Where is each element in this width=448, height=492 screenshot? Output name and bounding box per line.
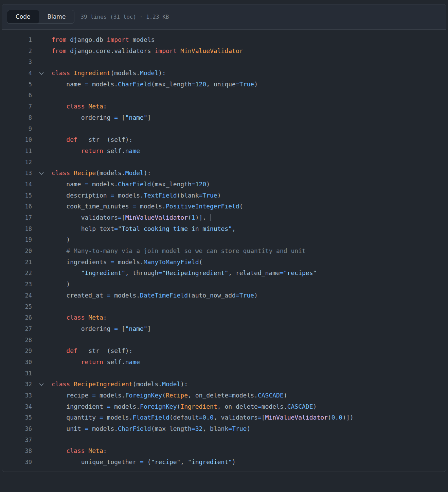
code-token: models bbox=[129, 36, 155, 43]
line-number[interactable]: 26 bbox=[2, 312, 32, 323]
code-line-content[interactable]: name = models.CharField(max_length=120) bbox=[52, 179, 446, 190]
line-number[interactable]: 25 bbox=[2, 301, 32, 312]
code-token: : bbox=[103, 103, 107, 110]
code-line-content[interactable]: ingredient = models.ForeignKey(Ingredien… bbox=[52, 401, 446, 412]
code-line-content[interactable]: class Recipe(models.Model): bbox=[52, 168, 446, 179]
code-line-content[interactable]: class RecipeIngredient(models.Model): bbox=[52, 379, 446, 390]
code-line-content[interactable]: class Meta: bbox=[52, 312, 446, 323]
code-line-content[interactable]: validators=[MinValueValidator(1)], bbox=[52, 212, 446, 223]
code-token: = bbox=[236, 292, 239, 299]
code-token: = bbox=[199, 414, 203, 421]
line-number[interactable]: 1 bbox=[2, 34, 32, 46]
code-token: ( bbox=[199, 258, 203, 266]
code-line-content[interactable]: return self.name bbox=[52, 146, 446, 157]
code-line-content[interactable]: quantity = models.FloatField(default=0.0… bbox=[52, 412, 446, 423]
line-number[interactable]: 30 bbox=[2, 357, 32, 368]
chevron-down-icon[interactable] bbox=[39, 71, 44, 76]
line-number[interactable]: 35 bbox=[2, 412, 32, 423]
code-line-content[interactable]: help_text="Total cooking time in minutes… bbox=[52, 223, 446, 235]
line-number[interactable]: 12 bbox=[2, 157, 32, 168]
line-number[interactable]: 17 bbox=[2, 212, 32, 223]
line-number[interactable]: 9 bbox=[2, 123, 32, 135]
line-number[interactable]: 20 bbox=[2, 245, 32, 257]
line-number[interactable]: 19 bbox=[2, 234, 32, 245]
line-number[interactable]: 28 bbox=[2, 335, 32, 346]
code-line-content[interactable]: unit = models.CharField(max_length=32, b… bbox=[52, 423, 446, 435]
line-number[interactable]: 31 bbox=[2, 368, 32, 379]
line-number[interactable]: 21 bbox=[2, 257, 32, 268]
chevron-down-icon[interactable] bbox=[39, 382, 44, 387]
line-number[interactable]: 13 bbox=[2, 168, 32, 179]
line-number[interactable]: 8 bbox=[2, 112, 32, 123]
line-number[interactable]: 39 bbox=[2, 457, 32, 468]
line-number[interactable]: 29 bbox=[2, 345, 32, 357]
line-number[interactable]: 37 bbox=[2, 435, 32, 446]
code-line: 15 description = models.TextField(blank=… bbox=[2, 190, 446, 201]
code-line-content[interactable]: ) bbox=[52, 234, 446, 245]
code-token: 120 bbox=[195, 181, 207, 188]
code-line: 32class RecipeIngredient(models.Model): bbox=[2, 379, 446, 390]
line-number[interactable]: 6 bbox=[2, 90, 32, 101]
code-token: self. bbox=[103, 147, 125, 154]
code-line: 39 unique_together = ("recipe", "ingredi… bbox=[2, 457, 446, 468]
line-number[interactable]: 32 bbox=[2, 379, 32, 390]
tab-blame[interactable]: Blame bbox=[39, 10, 74, 23]
code-line: 10 def __str__(self): bbox=[2, 134, 446, 146]
code-line-content[interactable]: unique_together = ("recipe", "ingredient… bbox=[52, 457, 446, 468]
code-line-content[interactable]: from django.core.validators import MinVa… bbox=[52, 46, 446, 57]
code-line-content[interactable]: ) bbox=[52, 279, 446, 290]
code-line: 3 bbox=[2, 56, 446, 68]
code-line-content[interactable]: description = models.TextField(blank=Tru… bbox=[52, 190, 446, 201]
line-number[interactable]: 15 bbox=[2, 190, 32, 201]
line-number[interactable]: 2 bbox=[2, 46, 32, 57]
code-line-content[interactable]: recipe = models.ForeignKey(Recipe, on_de… bbox=[52, 390, 446, 401]
line-number[interactable]: 14 bbox=[2, 179, 32, 190]
code-line-content[interactable]: ordering = ["name"] bbox=[52, 112, 446, 123]
line-number[interactable]: 18 bbox=[2, 223, 32, 235]
code-line-content[interactable]: "Ingredient", through="RecipeIngredient"… bbox=[52, 268, 446, 279]
code-token: = bbox=[114, 114, 118, 121]
code-line-content[interactable]: return self.name bbox=[52, 357, 446, 368]
line-number[interactable]: 34 bbox=[2, 401, 32, 412]
code-line-content[interactable]: class Ingredient(models.Model): bbox=[52, 68, 446, 79]
line-number[interactable]: 10 bbox=[2, 134, 32, 146]
line-number[interactable]: 23 bbox=[2, 279, 32, 290]
code-token: ( bbox=[162, 392, 166, 399]
code-token: [ bbox=[262, 414, 265, 421]
code-token: MinValueValidator bbox=[125, 214, 188, 221]
code-token: = bbox=[228, 392, 232, 399]
code-line-content[interactable]: ordering = ["name"] bbox=[52, 323, 446, 335]
code-line-content[interactable]: created_at = models.DateTimeField(auto_n… bbox=[52, 290, 446, 301]
chevron-down-icon[interactable] bbox=[39, 171, 44, 176]
code-line-content[interactable]: name = models.CharField(max_length=120, … bbox=[52, 79, 446, 90]
line-number[interactable]: 36 bbox=[2, 423, 32, 435]
code-line-content[interactable]: class Meta: bbox=[52, 101, 446, 112]
line-number[interactable]: 3 bbox=[2, 56, 32, 68]
line-number[interactable]: 16 bbox=[2, 201, 32, 212]
code-token: unit bbox=[52, 425, 85, 432]
line-number[interactable]: 5 bbox=[2, 79, 32, 90]
line-number[interactable]: 4 bbox=[2, 68, 32, 79]
line-number[interactable]: 27 bbox=[2, 323, 32, 335]
code-line-content[interactable]: # Many-to-many via a join model so we ca… bbox=[52, 245, 446, 257]
code-line-content[interactable]: ingredients = models.ManyToManyField( bbox=[52, 257, 446, 268]
line-number[interactable]: 24 bbox=[2, 290, 32, 301]
code-line-content[interactable]: class Meta: bbox=[52, 445, 446, 457]
code-line-content[interactable]: def __str__(self): bbox=[52, 345, 446, 357]
line-number[interactable]: 33 bbox=[2, 390, 32, 401]
line-number[interactable]: 38 bbox=[2, 445, 32, 457]
code-line-content[interactable]: cook_time_minutes = models.PositiveInteg… bbox=[52, 201, 446, 212]
line-number[interactable]: 22 bbox=[2, 268, 32, 279]
tab-code[interactable]: Code bbox=[7, 10, 39, 23]
file-view-header: Code Blame 39 lines (31 loc) · 1.23 KB bbox=[2, 4, 446, 30]
code-token: = bbox=[85, 425, 89, 432]
code-line-content[interactable]: def __str__(self): bbox=[52, 134, 446, 146]
code-token: RecipeIngredient bbox=[74, 380, 132, 388]
line-number[interactable]: 11 bbox=[2, 146, 32, 157]
code-line-content[interactable]: from django.db import models bbox=[52, 34, 446, 46]
code-token: CASCADE bbox=[287, 403, 313, 410]
line-number[interactable]: 7 bbox=[2, 101, 32, 112]
code-token: ManyToManyField bbox=[144, 258, 199, 266]
code-token: class bbox=[52, 169, 70, 176]
code-line: 26 class Meta: bbox=[2, 312, 446, 323]
